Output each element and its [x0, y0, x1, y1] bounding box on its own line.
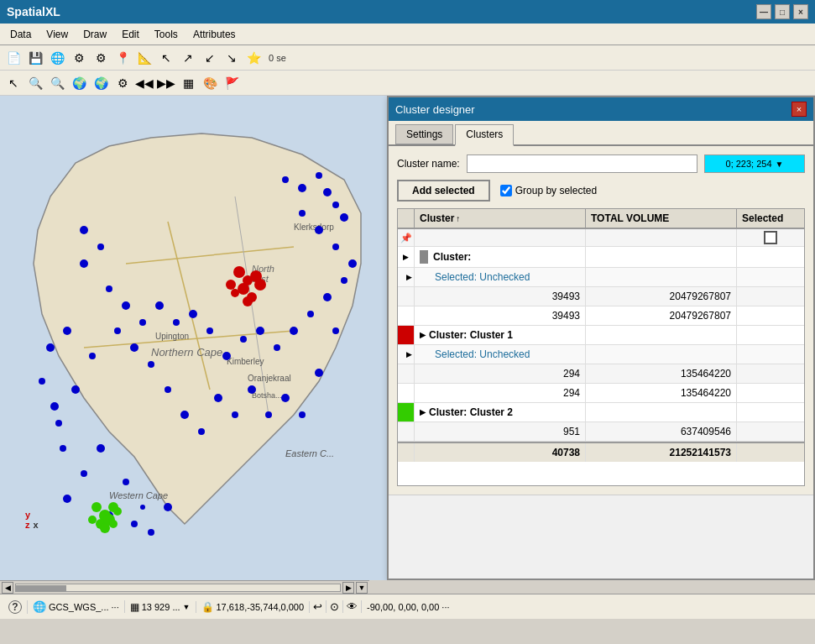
- menu-view[interactable]: View: [39, 27, 75, 42]
- svg-point-28: [148, 529, 154, 536]
- cluster-group-2-header[interactable]: ▶ Cluster: Cluster 2: [398, 403, 804, 422]
- toolbar2-btn-1[interactable]: ↖: [3, 73, 24, 93]
- toolbar-btn-8[interactable]: ↖: [156, 48, 176, 68]
- main-area: Northern Cape North West Klerksdorp Upin…: [0, 96, 815, 619]
- toolbar2-btn-5[interactable]: 🌍: [91, 73, 111, 93]
- dr1-selected: [737, 287, 804, 306]
- cluster-table[interactable]: Cluster ↑ TOTAL VOLUME Selected: [397, 208, 805, 486]
- group-by-selected-checkbox[interactable]: [500, 185, 512, 196]
- svg-point-33: [214, 394, 222, 402]
- view-coords-indicator: -90,00, 0,00, 0,00 ···: [362, 602, 454, 612]
- th-selected[interactable]: Selected: [737, 209, 804, 228]
- crs-indicator[interactable]: 🌐 GCS_WGS_... ···: [28, 600, 125, 613]
- dr2-cluster: 39493: [415, 306, 586, 325]
- cluster-panel-close-button[interactable]: ×: [791, 102, 807, 117]
- cluster-color-button[interactable]: 0; 223; 254 ▼: [704, 154, 805, 173]
- scale-dropdown-icon[interactable]: ▼: [183, 603, 191, 611]
- toolbar-btn-2[interactable]: 💾: [25, 48, 45, 68]
- cluster-name-input[interactable]: [467, 154, 697, 173]
- toolbar2-btn-11[interactable]: 🚩: [222, 73, 242, 93]
- menu-edit[interactable]: Edit: [115, 27, 146, 42]
- compass: y zx: [25, 510, 39, 530]
- toolbar-btn-5[interactable]: ⚙: [91, 48, 111, 68]
- maximize-button[interactable]: □: [775, 4, 790, 19]
- cluster-panel-title-text: Cluster designer: [395, 103, 475, 116]
- cluster-default-volume: [586, 247, 737, 267]
- th-cluster[interactable]: Cluster ↑: [415, 209, 586, 228]
- toolbar2-btn-3[interactable]: 🔍: [47, 73, 67, 93]
- cluster-group-1-header[interactable]: ▶ Cluster: Cluster 1: [398, 326, 804, 345]
- nav-arrow-icon-1[interactable]: ↩: [310, 600, 327, 613]
- scroll-down-button[interactable]: ▼: [356, 582, 368, 594]
- toolbar2-btn-4[interactable]: 🌍: [69, 73, 89, 93]
- cluster-group-default: ▶ Cluster: ▶: [398, 247, 804, 326]
- minimize-button[interactable]: —: [756, 4, 771, 19]
- filter-selected-cell[interactable]: [737, 229, 804, 246]
- add-selected-button[interactable]: Add selected: [397, 180, 490, 202]
- menu-draw[interactable]: Draw: [76, 27, 113, 42]
- total-row: 40738 21252141573: [398, 442, 804, 462]
- cluster-group-default-header[interactable]: ▶ Cluster:: [398, 247, 804, 268]
- close-button[interactable]: ×: [793, 4, 808, 19]
- toolbar2-btn-8[interactable]: ▶▶: [156, 73, 176, 93]
- scale-indicator[interactable]: ▦ 13 929 ... ▼: [125, 601, 196, 613]
- scroll-track[interactable]: [15, 584, 341, 592]
- tab-clusters[interactable]: Clusters: [455, 124, 514, 146]
- svg-point-18: [89, 353, 96, 359]
- toolbar2-btn-2[interactable]: 🔍: [25, 73, 45, 93]
- statusbar: ? 🌐 GCS_WGS_... ··· ▦ 13 929 ... ▼ 🔒 17,…: [0, 594, 815, 619]
- menu-data[interactable]: Data: [3, 27, 38, 42]
- menu-tools[interactable]: Tools: [148, 27, 185, 42]
- th-total-volume[interactable]: TOTAL VOLUME: [586, 209, 737, 228]
- toolbar2-btn-9[interactable]: ▦: [178, 73, 198, 93]
- toolbar-btn-12[interactable]: ⭐: [243, 48, 264, 68]
- svg-point-46: [240, 336, 247, 343]
- svg-point-44: [274, 344, 280, 351]
- svg-point-17: [63, 327, 71, 335]
- cluster-name-row: Cluster name: 0; 223; 254 ▼: [397, 154, 805, 173]
- toolbar-btn-7[interactable]: 📐: [134, 48, 154, 68]
- svg-point-23: [63, 495, 71, 503]
- crs-more[interactable]: ···: [112, 602, 119, 612]
- toolbar2-btn-6[interactable]: ⚙: [112, 73, 133, 93]
- svg-point-86: [88, 516, 97, 524]
- selected-filter-checkbox[interactable]: [764, 231, 777, 244]
- panel-tabs: Settings Clusters: [389, 121, 813, 146]
- toolbar-btn-9[interactable]: ↗: [178, 48, 198, 68]
- svg-point-73: [340, 213, 348, 222]
- map-area[interactable]: Northern Cape North West Klerksdorp Upin…: [0, 96, 387, 580]
- sub1-expand-cell[interactable]: ▶: [398, 345, 415, 364]
- nav-icon-2[interactable]: ⊙: [327, 600, 343, 613]
- cluster-1-volume: [586, 326, 737, 344]
- toolbar2-btn-7[interactable]: ◀◀: [134, 73, 154, 93]
- toolbar-btn-3[interactable]: 🌐: [47, 48, 67, 68]
- toolbar-btn-6[interactable]: 📍: [112, 48, 133, 68]
- toolbar1: 📄 💾 🌐 ⚙ ⚙ 📍 📐 ↖ ↗ ↙ ↘ ⭐ 0 se: [0, 45, 815, 71]
- svg-point-31: [180, 411, 189, 419]
- horizontal-scrollbar[interactable]: ◀ ▶ ▼: [0, 580, 369, 594]
- tab-settings[interactable]: Settings: [395, 124, 453, 144]
- view-more-btn[interactable]: ···: [441, 602, 449, 612]
- toolbar-btn-4[interactable]: ⚙: [69, 48, 89, 68]
- sort-arrow-icon: ↑: [456, 214, 460, 223]
- menu-attributes[interactable]: Attributes: [186, 27, 243, 42]
- svg-text:Upington: Upington: [155, 332, 189, 341]
- scroll-left-button[interactable]: ◀: [2, 582, 13, 594]
- help-button[interactable]: ?: [3, 600, 28, 614]
- svg-point-83: [91, 502, 102, 512]
- scroll-right-button[interactable]: ▶: [342, 582, 354, 594]
- toolbar-btn-11[interactable]: ↘: [222, 48, 242, 68]
- sub-expand-cell[interactable]: ▶: [398, 268, 415, 286]
- cluster-default-expand-cell[interactable]: ▶: [398, 247, 415, 267]
- dr2-selected: [737, 306, 804, 325]
- toolbar-btn-1[interactable]: 📄: [3, 48, 24, 68]
- dr1-expand: [398, 287, 415, 306]
- toolbar2: ↖ 🔍 🔍 🌍 🌍 ⚙ ◀◀ ▶▶ ▦ 🎨 🚩: [0, 71, 815, 96]
- th-total-volume-label: TOTAL VOLUME: [591, 212, 669, 224]
- svg-point-55: [130, 343, 138, 352]
- toolbar2-btn-10[interactable]: 🎨: [200, 73, 220, 93]
- help-icon: ?: [8, 600, 22, 614]
- nav-icon-3[interactable]: 👁: [343, 600, 362, 613]
- toolbar-btn-10[interactable]: ↙: [200, 48, 220, 68]
- toolbar-badge: 0 se: [265, 53, 290, 63]
